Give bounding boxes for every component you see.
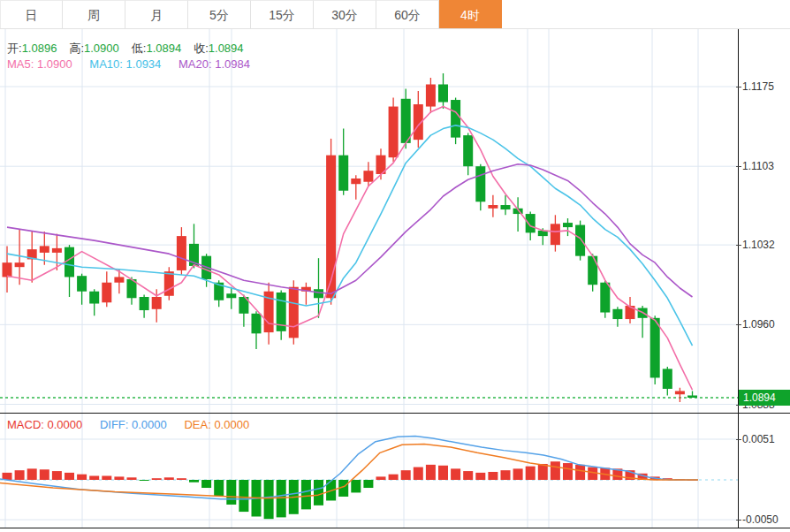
axis-tick bbox=[736, 324, 741, 325]
candle-body bbox=[89, 292, 99, 304]
macd-bar bbox=[102, 475, 111, 480]
main-chart[interactable] bbox=[0, 29, 790, 414]
macd-bar bbox=[426, 465, 436, 480]
macd-bar bbox=[451, 468, 460, 480]
candle-body bbox=[551, 224, 560, 245]
macd-bar bbox=[389, 475, 399, 480]
low-label: 低: bbox=[132, 42, 147, 55]
candle-body bbox=[389, 107, 399, 158]
macd-bar bbox=[52, 471, 62, 480]
candle-body bbox=[77, 276, 87, 292]
macd-bar bbox=[214, 480, 224, 496]
tab-60min[interactable]: 60分 bbox=[376, 0, 439, 28]
axis-label: -0.0050 bbox=[742, 513, 779, 526]
close-value: 1.0894 bbox=[209, 42, 244, 55]
candle-body bbox=[426, 84, 436, 106]
candle-body bbox=[289, 287, 299, 338]
candle-body bbox=[600, 283, 610, 313]
candle-body bbox=[164, 271, 174, 296]
macd-readout: MACD: 0.0000 DIFF: 0.0000 DEA: 0.0000 bbox=[7, 418, 263, 431]
candle-body bbox=[526, 214, 536, 232]
candle-body bbox=[650, 318, 660, 378]
macd-bar bbox=[40, 469, 49, 480]
axis-label: 1.1103 bbox=[742, 160, 774, 172]
macd-bar bbox=[277, 480, 286, 517]
axis-tick bbox=[736, 245, 741, 246]
trading-chart-app: 日 周 月 5分 15分 30分 60分 4时 开:1.0896高:1.0900… bbox=[0, 0, 790, 532]
ohlc-readout: 开:1.0896高:1.0900低:1.0894收:1.0894 bbox=[7, 41, 256, 57]
candle-body bbox=[687, 395, 697, 398]
macd-bar bbox=[376, 476, 386, 480]
macd-bar bbox=[363, 480, 373, 488]
ma-line-ma5 bbox=[7, 107, 693, 391]
high-label: 高: bbox=[69, 42, 84, 55]
macd-bar bbox=[301, 480, 311, 509]
high-value: 1.0900 bbox=[84, 42, 119, 55]
macd-bar bbox=[65, 473, 74, 480]
macd-bar bbox=[488, 472, 498, 480]
macd-bar bbox=[475, 473, 485, 480]
tab-15min[interactable]: 15分 bbox=[251, 0, 314, 28]
dea-value: DEA: 0.0000 bbox=[184, 418, 249, 431]
macd-bar bbox=[164, 477, 174, 480]
macd-bar bbox=[264, 480, 274, 519]
candle-body bbox=[588, 256, 597, 285]
candle-body bbox=[152, 297, 162, 309]
macd-bar bbox=[27, 468, 37, 480]
axis-label: 1.0960 bbox=[742, 318, 775, 331]
timeframe-tabbar: 日 周 月 5分 15分 30分 60分 4时 bbox=[0, 0, 790, 29]
macd-bar bbox=[563, 463, 573, 480]
tab-day[interactable]: 日 bbox=[0, 0, 63, 28]
candle-body bbox=[563, 223, 573, 227]
candle-body bbox=[438, 84, 448, 102]
axis-tick bbox=[736, 439, 741, 440]
candle-body bbox=[501, 205, 511, 209]
candle-body bbox=[226, 293, 236, 298]
current-price-badge: 1.0894 bbox=[739, 390, 790, 406]
candle-body bbox=[451, 100, 460, 138]
axis-tick bbox=[736, 87, 741, 87]
tab-month[interactable]: 月 bbox=[125, 0, 188, 28]
candlestick-svg bbox=[0, 29, 790, 414]
bottom-border bbox=[0, 528, 790, 528]
macd-bar bbox=[513, 468, 523, 480]
macd-bar bbox=[15, 470, 25, 480]
axis-label: 1.1175 bbox=[742, 80, 774, 93]
candle-body bbox=[252, 314, 262, 334]
diff-value: DIFF: 0.0000 bbox=[100, 418, 167, 431]
macd-bar bbox=[575, 465, 585, 480]
low-value: 1.0894 bbox=[146, 42, 181, 55]
macd-bar bbox=[463, 471, 473, 480]
candle-body bbox=[488, 205, 498, 209]
ma-readout: MA5: 1.0900 MA10: 1.0934 MA20: 1.0984 bbox=[7, 57, 264, 71]
macd-bar bbox=[201, 480, 211, 488]
candle-body bbox=[401, 99, 411, 143]
macd-value: MACD: 0.0000 bbox=[7, 418, 82, 431]
axis-line bbox=[738, 29, 739, 528]
macd-bar bbox=[551, 461, 560, 480]
axis-label: 0.0051 bbox=[742, 433, 775, 445]
macd-bar bbox=[3, 473, 12, 480]
ma20-readout: MA20: 1.0984 bbox=[179, 57, 250, 71]
macd-bar bbox=[140, 480, 149, 481]
axis-label: 1.1032 bbox=[742, 239, 775, 251]
macd-bar bbox=[77, 475, 87, 480]
tab-week[interactable]: 周 bbox=[63, 0, 125, 28]
panel-separator bbox=[0, 413, 790, 414]
candle-body bbox=[463, 135, 473, 166]
candle-body bbox=[612, 309, 622, 319]
macd-bar bbox=[114, 476, 124, 480]
macd-bar bbox=[189, 480, 199, 483]
tab-30min[interactable]: 30分 bbox=[314, 0, 376, 28]
candle-body bbox=[40, 246, 49, 253]
ma-line-ma10 bbox=[7, 125, 693, 346]
candle-body bbox=[351, 179, 361, 184]
close-label: 收: bbox=[194, 42, 209, 55]
macd-bar bbox=[89, 475, 99, 480]
macd-bar bbox=[526, 467, 536, 480]
candle-body bbox=[140, 297, 149, 310]
macd-bar bbox=[351, 480, 361, 492]
tab-4hour[interactable]: 4时 bbox=[439, 0, 502, 28]
candle-body bbox=[663, 369, 672, 389]
tab-5min[interactable]: 5分 bbox=[188, 0, 251, 28]
